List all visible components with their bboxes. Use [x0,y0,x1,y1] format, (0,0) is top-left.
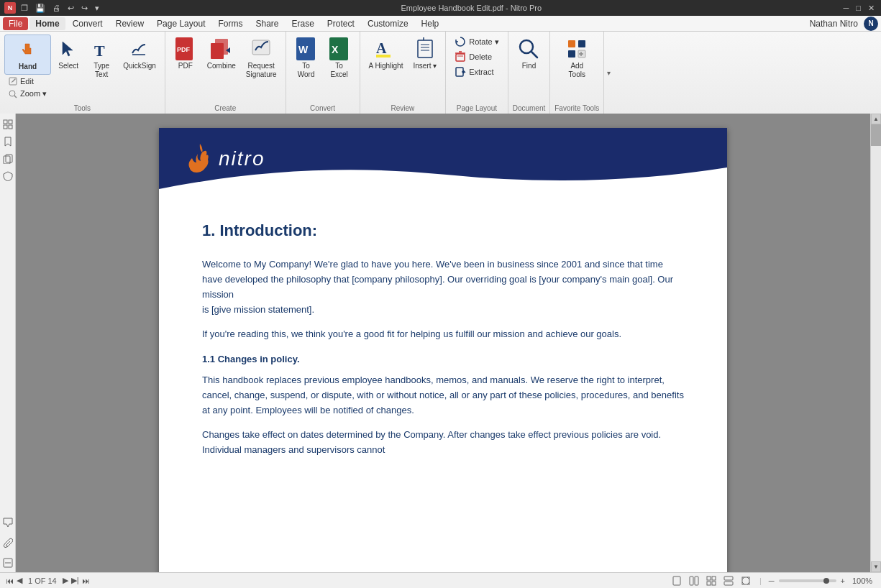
menu-file[interactable]: File [3,17,28,30]
page-info: 1 OF 14 [28,576,57,585]
view-single-page[interactable] [670,575,683,587]
panel-pages-icon[interactable] [1,152,14,165]
zoom-minus-icon[interactable]: ─ [769,576,775,585]
svg-text:T: T [94,42,105,59]
panel-signatures-icon[interactable] [1,556,14,569]
qat-print[interactable]: 🖨 [50,2,63,14]
quicksign-button[interactable]: QuickSign [119,35,160,73]
scroll-up-button[interactable]: ▲ [871,114,881,124]
nav-prev-button[interactable]: ◀ [17,576,22,585]
ribbon-group-page-layout: Rotate ▾ Delete Extract Page Layout [446,32,508,114]
combine-button[interactable]: Combine [203,35,240,73]
qat-open[interactable]: ❐ [19,2,30,14]
zoom-button[interactable]: Zoom ▾ [4,88,51,100]
document-group-label: Document [513,104,546,114]
svg-rect-36 [4,125,7,129]
view-grid[interactable] [705,575,718,587]
svg-line-27 [531,52,537,58]
menu-review[interactable]: Review [110,17,150,30]
pdf-para-4: Changes take effect on dates determined … [202,428,684,458]
qat-save[interactable]: 💾 [33,2,47,14]
qat-undo[interactable]: ↩ [65,2,76,14]
delete-button[interactable]: Delete [450,50,503,64]
minimize-button[interactable]: ─ [841,2,852,14]
panel-comments-icon[interactable] [1,516,14,529]
main-area: nitro 1. Introduction: Welcome to My Com… [0,114,881,572]
extract-button[interactable]: Extract [450,65,503,79]
tools-group-label: Tools [4,104,160,114]
to-word-button[interactable]: W ToWord [291,35,322,82]
svg-text:X: X [332,44,339,55]
hand-tool-button[interactable]: Hand [4,35,51,75]
document-area[interactable]: nitro 1. Introduction: Welcome to My Com… [16,114,870,572]
menu-convert[interactable]: Convert [67,17,109,30]
panel-attachments-icon[interactable] [1,536,14,549]
edit-button[interactable]: Edit [4,75,51,87]
view-fit[interactable] [739,575,752,587]
svg-rect-44 [695,576,698,585]
menu-page-layout[interactable]: Page Layout [151,17,211,30]
scroll-down-button[interactable]: ▼ [871,561,881,572]
to-excel-button[interactable]: X ToExcel [324,35,355,82]
qat-more[interactable]: ▾ [93,2,101,14]
rotate-button[interactable]: Rotate ▾ [450,35,503,49]
pdf-label: PDF [178,62,193,70]
close-button[interactable]: ✕ [866,2,877,14]
menu-home[interactable]: Home [29,17,65,30]
edit-label: Edit [20,77,34,86]
view-two-page[interactable] [688,575,700,587]
nitro-logo-text: nitro [219,147,265,170]
nav-last-button[interactable]: ⏭ [82,576,90,585]
menu-erase[interactable]: Erase [286,17,320,30]
ribbon-group-convert: W ToWord X ToExcel Convert [286,32,360,114]
zoom-slider[interactable] [779,579,836,582]
svg-rect-47 [707,582,711,585]
highlight-button[interactable]: A A Highlight [365,35,408,73]
combine-label: Combine [207,62,236,70]
view-scroll[interactable] [722,575,735,587]
svg-rect-21 [456,54,465,61]
svg-rect-49 [724,576,733,580]
panel-security-icon[interactable] [1,170,14,183]
svg-rect-48 [712,582,716,585]
app-icon: N [4,2,16,14]
menu-share[interactable]: Share [250,17,284,30]
menu-forms[interactable]: Forms [212,17,248,30]
panel-bookmarks-icon[interactable] [1,135,14,148]
nitro-logo: nitro [188,142,265,175]
find-button[interactable]: Find [513,35,544,73]
qat-redo[interactable]: ↪ [79,2,90,14]
left-panel [0,114,16,572]
ribbon-scroll-button[interactable]: ▾ [604,32,613,114]
nav-play-button[interactable]: ▶ [63,576,68,585]
right-scrollbar[interactable]: ▲ ▼ [870,114,881,572]
pdf-button[interactable]: PDF PDF [170,35,201,73]
user-avatar[interactable]: N [864,17,878,31]
nav-first-button[interactable]: ⏮ [6,576,14,585]
nav-next-button[interactable]: ▶| [71,576,79,585]
svg-rect-46 [712,576,716,580]
menu-customize[interactable]: Customize [362,17,414,30]
select-button[interactable]: Select [53,35,84,73]
request-signature-button[interactable]: RequestSignature [242,35,281,82]
zoom-plus-icon[interactable]: + [841,576,845,585]
extract-label: Extract [469,68,493,76]
svg-rect-42 [673,576,680,585]
scroll-thumb[interactable] [871,124,881,146]
insert-button[interactable]: Insert ▾ [408,35,441,73]
quicksign-label: QuickSign [123,62,156,70]
scroll-track[interactable] [871,124,881,561]
menu-help[interactable]: Help [416,17,445,30]
zoom-label: Zoom ▾ [20,89,47,98]
svg-point-1 [9,91,15,96]
menu-bar: File Home Convert Review Page Layout For… [0,16,881,32]
svg-rect-43 [690,576,693,585]
zoom-thumb [823,578,829,584]
panel-thumbnails-icon[interactable] [1,118,14,131]
menu-protect[interactable]: Protect [321,17,360,30]
add-tools-button[interactable]: AddTools [561,35,593,82]
type-text-button[interactable]: T TypeText [86,35,117,82]
maximize-button[interactable]: □ [854,2,863,14]
svg-rect-37 [9,125,12,129]
window-title: Employee Handbook Edit.pdf - Nitro Pro [104,4,839,12]
